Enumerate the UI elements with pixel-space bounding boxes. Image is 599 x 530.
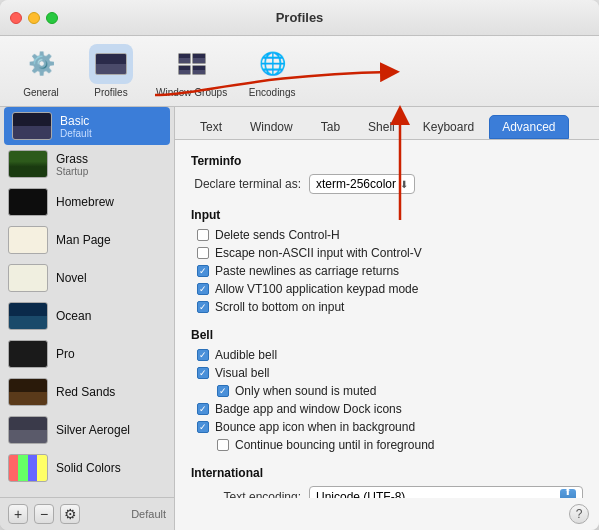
profile-sub-grass: Startup — [56, 166, 88, 177]
close-button[interactable] — [10, 12, 22, 24]
encoding-select-value: Unicode (UTF-8) — [316, 490, 405, 498]
checkbox-bounce-app[interactable] — [197, 421, 209, 433]
profile-name-novel: Novel — [56, 271, 87, 285]
profile-name-redsands: Red Sands — [56, 385, 115, 399]
tab-window[interactable]: Window — [237, 115, 306, 139]
profile-thumb-solidcolors — [8, 454, 48, 482]
sidebar-item-grass[interactable]: Grass Startup — [0, 145, 174, 183]
tab-advanced[interactable]: Advanced — [489, 115, 568, 139]
sidebar: Basic Default Grass Startup Homebrew — [0, 107, 175, 530]
tab-text[interactable]: Text — [187, 115, 235, 139]
remove-profile-button[interactable]: − — [34, 504, 54, 524]
checkbox-allow-vt100[interactable] — [197, 283, 209, 295]
profile-info-novel: Novel — [56, 271, 87, 285]
sidebar-item-homebrew[interactable]: Homebrew — [0, 183, 174, 221]
checkbox-delete-ctrl-h[interactable] — [197, 229, 209, 241]
checkbox-scroll-bottom[interactable] — [197, 301, 209, 313]
help-button[interactable]: ? — [569, 504, 589, 524]
toolbar-item-profiles[interactable]: Profiles — [86, 44, 136, 98]
sidebar-item-basic[interactable]: Basic Default — [4, 107, 170, 145]
input-section: Input Delete sends Control-H Escape non-… — [191, 208, 583, 314]
profile-thumb-basic — [12, 112, 52, 140]
profile-name-homebrew: Homebrew — [56, 195, 114, 209]
checkbox-label-delete-ctrl-h: Delete sends Control-H — [215, 228, 340, 242]
encoding-select-arrow: ⬆⬇ — [560, 489, 576, 498]
tab-tab[interactable]: Tab — [308, 115, 353, 139]
profile-thumb-pro — [8, 340, 48, 368]
checkbox-label-only-muted: Only when sound is muted — [235, 384, 376, 398]
terminal-select[interactable]: xterm-256color ⬇ — [309, 174, 415, 194]
window-title: Profiles — [276, 10, 324, 25]
tab-keyboard[interactable]: Keyboard — [410, 115, 487, 139]
checkbox-row-escape-non-ascii: Escape non-ASCII input with Control-V — [191, 246, 583, 260]
toolbar-label-encodings: Encodings — [249, 87, 296, 98]
checkbox-continue-bouncing[interactable] — [217, 439, 229, 451]
checkbox-row-allow-vt100: Allow VT100 application keypad mode — [191, 282, 583, 296]
toolbar-item-general[interactable]: ⚙️ General — [16, 44, 66, 98]
input-title: Input — [191, 208, 583, 222]
profile-name-silveraerogel: Silver Aerogel — [56, 423, 130, 437]
sidebar-footer: + − ⚙ Default — [0, 497, 174, 530]
toolbar-label-general: General — [23, 87, 59, 98]
tab-shell[interactable]: Shell — [355, 115, 408, 139]
minimize-button[interactable] — [28, 12, 40, 24]
encoding-select[interactable]: Unicode (UTF-8) ⬆⬇ — [309, 486, 583, 498]
profile-name-grass: Grass — [56, 152, 88, 166]
checkbox-label-scroll-bottom: Scroll to bottom on input — [215, 300, 344, 314]
profile-name-pro: Pro — [56, 347, 75, 361]
profile-settings-button[interactable]: ⚙ — [60, 504, 80, 524]
toolbar-label-profiles: Profiles — [94, 87, 127, 98]
checkbox-row-continue-bouncing: Continue bouncing until in foreground — [191, 438, 583, 452]
sidebar-item-silveraerogel[interactable]: Silver Aerogel — [0, 411, 174, 449]
general-icon: ⚙️ — [23, 46, 59, 82]
terminal-select-arrow: ⬇ — [400, 179, 408, 190]
encoding-field-label: Text encoding: — [191, 490, 301, 498]
sidebar-item-novel[interactable]: Novel — [0, 259, 174, 297]
window-groups-icon — [174, 46, 210, 82]
sidebar-item-ocean[interactable]: Ocean — [0, 297, 174, 335]
checkbox-visual-bell[interactable] — [197, 367, 209, 379]
profile-info-ocean: Ocean — [56, 309, 91, 323]
profile-info-homebrew: Homebrew — [56, 195, 114, 209]
traffic-lights — [10, 12, 58, 24]
default-label: Default — [131, 508, 166, 520]
terminal-select-value: xterm-256color — [316, 177, 396, 191]
checkbox-label-continue-bouncing: Continue bouncing until in foreground — [235, 438, 434, 452]
terminfo-title: Terminfo — [191, 154, 583, 168]
toolbar-item-encodings[interactable]: 🌐 Encodings — [247, 44, 297, 98]
sidebar-item-manpage[interactable]: Man Page — [0, 221, 174, 259]
sidebar-item-pro[interactable]: Pro — [0, 335, 174, 373]
checkbox-only-muted[interactable] — [217, 385, 229, 397]
checkbox-row-visual-bell: Visual bell — [191, 366, 583, 380]
checkbox-label-visual-bell: Visual bell — [215, 366, 269, 380]
checkbox-audible-bell[interactable] — [197, 349, 209, 361]
bell-section: Bell Audible bell Visual bell Only when … — [191, 328, 583, 452]
checkbox-label-badge-app: Badge app and window Dock icons — [215, 402, 402, 416]
toolbar: ⚙️ General Profiles — [0, 36, 599, 107]
checkbox-label-allow-vt100: Allow VT100 application keypad mode — [215, 282, 418, 296]
profile-info-silveraerogel: Silver Aerogel — [56, 423, 130, 437]
tabs-bar: Text Window Tab Shell Keyboard Advanced — [175, 107, 599, 140]
checkbox-label-paste-newlines: Paste newlines as carriage returns — [215, 264, 399, 278]
encodings-icon: 🌐 — [254, 46, 290, 82]
checkbox-row-paste-newlines: Paste newlines as carriage returns — [191, 264, 583, 278]
checkbox-badge-app[interactable] — [197, 403, 209, 415]
sidebar-item-redsands[interactable]: Red Sands — [0, 373, 174, 411]
terminfo-field-label: Declare terminal as: — [191, 177, 301, 191]
profile-thumb-novel — [8, 264, 48, 292]
checkbox-paste-newlines[interactable] — [197, 265, 209, 277]
profile-thumb-homebrew — [8, 188, 48, 216]
toolbar-item-window-groups[interactable]: Window Groups — [156, 44, 227, 98]
profile-info-basic: Basic Default — [60, 114, 92, 139]
sidebar-item-solidcolors[interactable]: Solid Colors — [0, 449, 174, 487]
add-profile-button[interactable]: + — [8, 504, 28, 524]
profile-info-manpage: Man Page — [56, 233, 111, 247]
bottom-bar: ? — [175, 498, 599, 530]
checkbox-label-bounce-app: Bounce app icon when in background — [215, 420, 415, 434]
checkbox-escape-non-ascii[interactable] — [197, 247, 209, 259]
maximize-button[interactable] — [46, 12, 58, 24]
bell-title: Bell — [191, 328, 583, 342]
profile-thumb-silveraerogel — [8, 416, 48, 444]
international-title: International — [191, 466, 583, 480]
checkbox-row-only-muted: Only when sound is muted — [191, 384, 583, 398]
